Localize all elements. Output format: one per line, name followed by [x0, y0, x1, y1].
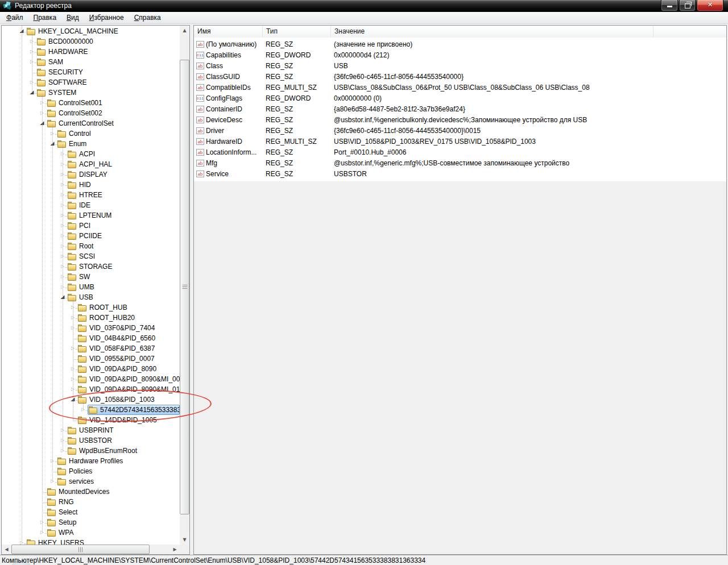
tree-node[interactable]: ControlSet001: [47, 98, 104, 108]
registry-value-row[interactable]: abServiceREG_SZUSBSTOR: [194, 169, 726, 180]
scroll-up-icon[interactable]: ▲: [180, 26, 189, 35]
tree-node[interactable]: HID: [67, 180, 93, 190]
tree-node[interactable]: WpdBusEnumRoot: [67, 446, 139, 456]
tree-node[interactable]: LPTENUM: [67, 210, 113, 221]
tree-node[interactable]: VID_09DA&PID_8090: [77, 364, 158, 374]
tree-node[interactable]: Policies: [57, 466, 94, 476]
tree-node[interactable]: services: [57, 476, 96, 487]
column-header-name[interactable]: Имя: [194, 26, 263, 38]
tree-node-label: RNG: [58, 497, 76, 507]
tree-row: ▷BCD00000000: [2, 36, 180, 47]
tree-node[interactable]: Setup: [47, 517, 78, 527]
registry-value-row[interactable]: 0110CapabilitiesREG_DWORD0x000000d4 (212…: [194, 50, 726, 61]
tree-node[interactable]: SYSTEM: [36, 88, 78, 98]
folder-icon: [57, 458, 67, 465]
tree-node[interactable]: VID_09DA&PID_8090&MI_01: [77, 384, 180, 394]
tree-node[interactable]: VID_0955&PID_0007: [77, 354, 156, 364]
tree-node[interactable]: SCSI: [67, 251, 97, 261]
horizontal-scroll-thumb[interactable]: [11, 545, 150, 554]
tree-node[interactable]: SECURITY: [36, 67, 85, 77]
registry-value-row[interactable]: abDeviceDescREG_SZ@usbstor.inf,%genericb…: [194, 115, 726, 126]
tree-node[interactable]: VID_03F0&PID_7404: [77, 323, 156, 333]
minimize-button[interactable]: [661, 0, 678, 11]
tree-node[interactable]: PCIIDE: [67, 231, 104, 241]
menu-item-Файл[interactable]: Файл: [1, 12, 28, 23]
tree-node[interactable]: Root: [67, 241, 95, 251]
tree-connector-line: [63, 144, 63, 451]
scroll-right-icon[interactable]: ▶: [170, 545, 180, 554]
tree-node[interactable]: RNG: [47, 497, 76, 507]
tree-node[interactable]: HARDWARE: [36, 47, 90, 57]
registry-value-row[interactable]: abLocationInform...REG_SZPort_#0010.Hub_…: [194, 147, 726, 158]
tree-node[interactable]: ACPI: [67, 149, 97, 159]
tree-row: ▷HKEY_USERS: [2, 538, 180, 545]
tree-node[interactable]: HKEY_USERS: [26, 538, 86, 545]
tree-node[interactable]: DISPLAY: [67, 169, 109, 180]
tree-node[interactable]: HKEY_LOCAL_MACHINE: [26, 26, 120, 36]
tree-node[interactable]: HTREE: [67, 190, 104, 200]
registry-value-row[interactable]: abMfgREG_SZ@usbstor.inf,%generic.mfg%;US…: [194, 158, 726, 169]
tree-node[interactable]: VID_09DA&PID_8090&MI_00: [77, 374, 180, 384]
tree-node-label: ROOT_HUB: [89, 302, 129, 313]
tree-node[interactable]: ACPI_HAL: [67, 159, 114, 169]
menu-item-Справка[interactable]: Справка: [129, 12, 166, 23]
restore-button[interactable]: [679, 0, 696, 11]
tree-node[interactable]: IDE: [67, 200, 92, 210]
registry-value-row[interactable]: abCompatibleIDsREG_MULTI_SZUSB\Class_08&…: [194, 82, 726, 93]
scroll-left-icon[interactable]: ◀: [2, 545, 11, 554]
scroll-down-icon[interactable]: ▼: [180, 535, 189, 545]
value-name: Capabilities: [206, 50, 263, 61]
tree-node[interactable]: VID_14DD&PID_1005: [77, 415, 159, 425]
column-header-type[interactable]: Тип: [263, 26, 331, 38]
registry-value-row[interactable]: ab(По умолчанию)REG_SZ(значение не присв…: [194, 39, 726, 50]
registry-value-row[interactable]: abHardwareIDREG_MULTI_SZUSB\VID_1058&PID…: [194, 136, 726, 147]
tree-node[interactable]: Select: [47, 507, 79, 517]
tree-node[interactable]: CurrentControlSet: [47, 118, 115, 128]
vertical-scroll-thumb[interactable]: [180, 60, 189, 514]
tree-row: ▷USBPRINT: [2, 425, 180, 435]
tree-node[interactable]: UMB: [67, 282, 96, 292]
tree-node[interactable]: USBPRINT: [67, 425, 115, 435]
tree-node[interactable]: ROOT_HUB20: [77, 313, 136, 323]
menu-item-Вид[interactable]: Вид: [61, 12, 84, 23]
tree-node-label: HARDWARE: [48, 47, 90, 57]
menu-item-Правка[interactable]: Правка: [28, 12, 62, 23]
tree-node-selected[interactable]: 57442D574341563533383831363334: [88, 405, 180, 415]
folder-icon: [68, 294, 77, 301]
registry-value-row[interactable]: abClassGUIDREG_SZ{36fc9e60-c465-11cf-805…: [194, 72, 726, 82]
tree-node[interactable]: WPA: [47, 527, 75, 538]
registry-value-row[interactable]: 0110ConfigFlagsREG_DWORD0x00000000 (0): [194, 93, 726, 104]
tree-node[interactable]: MountedDevices: [47, 487, 111, 497]
tree-node[interactable]: STORAGE: [67, 261, 114, 272]
tree-node[interactable]: VID_04B4&PID_6560: [77, 333, 157, 343]
tree-vertical-scrollbar[interactable]: ▲ ▼: [180, 26, 189, 545]
close-button[interactable]: ✕: [697, 0, 723, 11]
tree-node[interactable]: PCI: [67, 221, 92, 231]
tree-node[interactable]: SW: [67, 272, 92, 282]
tree-node-label: PCIIDE: [78, 231, 104, 241]
tree-node[interactable]: Hardware Profiles: [57, 456, 125, 466]
tree-node[interactable]: BCD00000000: [36, 36, 95, 47]
tree-node-label: HID: [78, 180, 93, 190]
tree-node[interactable]: ROOT_HUB: [77, 302, 129, 313]
close-icon: ✕: [697, 0, 723, 10]
ab-string-icon: ab: [196, 41, 204, 48]
registry-value-row[interactable]: abDriverREG_SZ{36fc9e60-c465-11cf-8056-4…: [194, 126, 726, 136]
tree-node[interactable]: VID_058F&PID_6387: [77, 343, 156, 354]
ab-string-icon: ab: [196, 149, 204, 156]
tree-node[interactable]: USB: [67, 292, 95, 302]
tree-node[interactable]: SAM: [36, 57, 65, 67]
tree-node[interactable]: Enum: [57, 139, 88, 149]
menu-item-Избранное[interactable]: Избранное: [84, 12, 129, 23]
tree-node[interactable]: ControlSet002: [47, 108, 104, 118]
tree-node[interactable]: Control: [57, 128, 93, 139]
registry-value-row[interactable]: abClassREG_SZUSB: [194, 61, 726, 72]
tree-node[interactable]: VID_1058&PID_1003: [77, 394, 156, 405]
value-type: REG_SZ: [266, 126, 332, 136]
tree-node[interactable]: USBSTOR: [67, 435, 114, 446]
tree-horizontal-scrollbar[interactable]: ◀ ▶: [2, 545, 180, 554]
column-header-value[interactable]: Значение: [331, 26, 653, 38]
tree-connector-line: [22, 26, 22, 543]
registry-value-row[interactable]: abContainerIDREG_SZ{a80e6d58-4487-5eb2-8…: [194, 104, 726, 115]
tree-node[interactable]: SOFTWARE: [36, 77, 89, 88]
